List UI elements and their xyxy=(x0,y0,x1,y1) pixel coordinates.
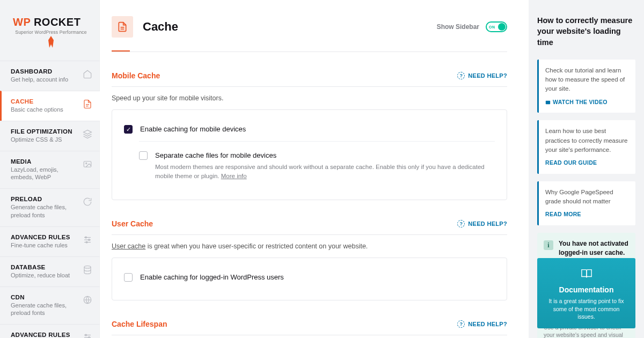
nav-subtitle: Get help, account info xyxy=(11,76,78,84)
section-body: Enable caching for logged-in WordPress u… xyxy=(112,258,507,300)
need-help-link[interactable]: ? NEED HELP? xyxy=(457,220,507,227)
nav-subtitle: Generate cache files, preload fonts xyxy=(11,203,78,219)
option-label: Enable caching for mobile devices xyxy=(140,125,495,133)
nav-subtitle: Fine-tune cache rules xyxy=(11,241,78,249)
image-icon xyxy=(83,159,92,169)
checkbox-checked[interactable] xyxy=(124,125,133,134)
tip-card-pagespeed: Why Google PageSpeed grade should not ma… xyxy=(537,181,635,225)
page-title: Cache xyxy=(143,20,427,34)
nav-title: DASHBOARD xyxy=(11,68,78,75)
checkbox-unchecked[interactable] xyxy=(139,151,148,160)
sidebar-item-cdn[interactable]: CDNGenerate cache files, preload fonts xyxy=(0,286,100,325)
documentation-card[interactable]: Documentation It is a great starting poi… xyxy=(537,258,635,328)
sidebar-item-advanced-rules[interactable]: ADVANCED RULES xyxy=(0,324,100,338)
nav-subtitle: Optimize, reduce bloat xyxy=(11,271,78,280)
tip-text: Why Google PageSpeed grade should not ma… xyxy=(545,188,629,207)
nav-title: CACHE xyxy=(11,98,78,105)
nav-title: FILE OPTIMIZATION xyxy=(11,128,78,135)
sidebar-item-file-optimization[interactable]: FILE OPTIMIZATIONOptimize CSS & JS xyxy=(0,121,100,151)
more-info-link[interactable]: More info xyxy=(221,173,247,179)
need-help-link[interactable]: ? NEED HELP? xyxy=(457,320,507,328)
database-icon xyxy=(83,265,92,275)
user-cache-link[interactable]: User cache xyxy=(112,243,145,250)
section-description: Speed up your site for mobile visitors. xyxy=(112,94,507,102)
section-description: User cache is great when you have user-s… xyxy=(112,243,507,250)
doc-title: Documentation xyxy=(545,285,628,294)
show-sidebar-toggle[interactable]: Show Sidebar ON xyxy=(437,21,507,32)
nav-title: PRELOAD xyxy=(11,196,78,202)
sidebar-item-media[interactable]: MEDIALazyLoad, emojis, embeds, WebP xyxy=(0,151,100,189)
nav-subtitle: Generate cache files, preload fonts xyxy=(11,302,78,318)
section-title: Mobile Cache xyxy=(112,71,457,80)
play-icon xyxy=(545,100,551,105)
need-help-label: NEED HELP? xyxy=(468,321,507,327)
sidebar-item-cache[interactable]: CACHEBasic cache options xyxy=(0,91,100,121)
svg-rect-3 xyxy=(84,161,91,167)
section-user-cache: User Cache ? NEED HELP? User cache is gr… xyxy=(112,219,507,300)
nav-title: MEDIA xyxy=(11,158,78,165)
file-icon xyxy=(117,21,128,32)
brand-logo: WP ROCKET Superior WordPress Performance xyxy=(0,0,100,61)
toggle-switch[interactable]: ON xyxy=(486,21,507,32)
option-label: Enable caching for logged-in WordPress u… xyxy=(140,273,495,281)
sidebar: WP ROCKET Superior WordPress Performance… xyxy=(0,0,100,338)
sidebar-item-database[interactable]: DATABASEOptimize, reduce bloat xyxy=(0,256,100,286)
info-heading: You have not activated logged-in user ca… xyxy=(559,239,629,258)
file-icon xyxy=(83,99,92,109)
option-separate-mobile-cache[interactable]: Separate cache files for mobile devices … xyxy=(139,141,495,189)
layers-icon xyxy=(83,129,92,139)
nav-title: CDN xyxy=(11,294,78,300)
option-enable-mobile-cache[interactable]: Enable caching for mobile devices xyxy=(124,121,495,141)
tip-card-tutorial: Check our tutorial and learn how to meas… xyxy=(537,60,635,113)
need-help-label: NEED HELP? xyxy=(468,221,507,227)
info-icon: i xyxy=(544,240,553,250)
option-enable-user-cache[interactable]: Enable caching for logged-in WordPress u… xyxy=(124,269,495,289)
tip-text: Learn how to use best practices to corre… xyxy=(545,127,629,155)
toggle-knob xyxy=(498,23,506,31)
home-icon xyxy=(83,69,92,79)
svg-point-4 xyxy=(86,163,87,164)
checkbox-unchecked[interactable] xyxy=(124,273,133,282)
read-more-link[interactable]: READ MORE xyxy=(545,210,629,219)
read-guide-link[interactable]: READ OUR GUIDE xyxy=(545,159,629,167)
logo-rocket: ROCKET xyxy=(34,16,80,28)
show-sidebar-label: Show Sidebar xyxy=(437,23,479,31)
help-icon: ? xyxy=(457,320,465,328)
option-label: Separate cache files for mobile devices xyxy=(155,151,495,159)
svg-marker-2 xyxy=(84,130,92,134)
nav-subtitle: Optimize CSS & JS xyxy=(11,136,78,144)
main-content: Cache Show Sidebar ON Mobile Cache ? NEE… xyxy=(100,0,529,338)
sidebar-nav: DASHBOARDGet help, account infoCACHEBasi… xyxy=(0,61,100,338)
right-panel-heading: How to correctly measure your website's … xyxy=(537,15,635,48)
right-panel: How to correctly measure your website's … xyxy=(529,0,644,338)
need-help-link[interactable]: ? NEED HELP? xyxy=(457,72,507,79)
nav-title: DATABASE xyxy=(11,264,78,270)
sliders-icon xyxy=(83,333,92,338)
book-icon xyxy=(579,268,594,280)
tip-card-guide: Learn how to use best practices to corre… xyxy=(537,120,635,174)
header-divider xyxy=(112,52,507,52)
logo-tagline: Superior WordPress Performance xyxy=(13,30,89,35)
toggle-on-text: ON xyxy=(489,25,495,29)
help-icon: ? xyxy=(457,220,465,227)
watch-video-link[interactable]: WATCH THE VIDEO xyxy=(545,98,629,107)
nav-subtitle: LazyLoad, emojis, embeds, WebP xyxy=(11,166,78,182)
section-title: Cache Lifespan xyxy=(112,320,457,328)
svg-rect-21 xyxy=(546,100,550,104)
option-help-text: Most modern themes are responsive and sh… xyxy=(155,163,495,181)
section-cache-lifespan: Cache Lifespan ? NEED HELP? Cache files … xyxy=(112,320,507,339)
nav-subtitle: Basic cache options xyxy=(11,106,78,114)
sidebar-item-preload[interactable]: PRELOADGenerate cache files, preload fon… xyxy=(0,188,100,226)
doc-subtext: It is a great starting point to fix some… xyxy=(545,297,628,321)
refresh-icon xyxy=(83,197,92,207)
section-title: User Cache xyxy=(112,219,457,228)
page-icon xyxy=(112,16,133,38)
nav-title: ADVANCED RULES xyxy=(11,332,78,338)
page-header: Cache Show Sidebar ON xyxy=(112,16,507,38)
globe-icon xyxy=(83,295,92,305)
nav-title: ADVANCED RULES xyxy=(11,234,78,240)
section-body: Enable caching for mobile devices Separa… xyxy=(112,109,507,200)
sidebar-item-advanced-rules[interactable]: ADVANCED RULESFine-tune cache rules xyxy=(0,226,100,256)
sidebar-item-dashboard[interactable]: DASHBOARDGet help, account info xyxy=(0,61,100,91)
sliders-icon xyxy=(83,235,92,245)
